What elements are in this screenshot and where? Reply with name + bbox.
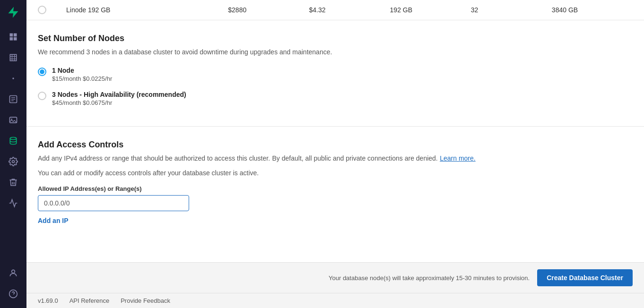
node-1-radio-selected[interactable] bbox=[38, 68, 46, 76]
linodes-icon[interactable] bbox=[4, 48, 23, 67]
nodes-section-title: Set Number of Nodes bbox=[38, 34, 633, 43]
radio-cell[interactable] bbox=[38, 6, 66, 14]
kubernetes-icon[interactable] bbox=[4, 69, 23, 88]
ram-cell: 192 GB bbox=[390, 6, 471, 14]
access-desc-block: Add any IPv4 address or range that shoul… bbox=[38, 154, 633, 163]
access-desc-2: By default, all public and private conne… bbox=[272, 154, 438, 162]
ip-field-label: Allowed IP Address(es) or Range(s) bbox=[38, 185, 633, 192]
settings-icon[interactable] bbox=[4, 152, 23, 171]
page-footer: v1.69.0 API Reference Provide Feedback bbox=[26, 293, 644, 308]
ip-address-input[interactable] bbox=[38, 195, 189, 211]
linode-table-row: Linode 192 GB $2880 $4.32 192 GB 32 3840… bbox=[26, 0, 644, 20]
trash-icon[interactable] bbox=[4, 173, 23, 192]
account-icon[interactable] bbox=[4, 264, 23, 282]
node-3-price: $45/month $0.0675/hr bbox=[52, 99, 186, 106]
sidebar bbox=[0, 0, 26, 308]
provide-feedback-link[interactable]: Provide Feedback bbox=[121, 297, 170, 304]
price-hr-cell: $4.32 bbox=[309, 6, 390, 14]
access-desc-1: Add any IPv4 address or range that shoul… bbox=[38, 154, 270, 162]
svg-point-0 bbox=[12, 77, 14, 79]
nodes-section: Set Number of Nodes We recommend 3 nodes… bbox=[26, 20, 644, 127]
node-1-price: $15/month $0.0225/hr bbox=[52, 75, 112, 82]
main-content: Linode 192 GB $2880 $4.32 192 GB 32 3840… bbox=[26, 0, 644, 308]
stackscripts-icon[interactable] bbox=[4, 90, 23, 109]
node-1-radio[interactable] bbox=[38, 68, 46, 76]
row-radio-button[interactable] bbox=[38, 6, 46, 14]
activity-icon[interactable] bbox=[4, 194, 23, 213]
version-label: v1.69.0 bbox=[38, 297, 58, 304]
access-section-title: Add Access Controls bbox=[38, 140, 633, 150]
node-3-label-group: 3 Nodes - High Availability (recommended… bbox=[52, 91, 186, 106]
add-ip-link[interactable]: Add an IP bbox=[38, 217, 69, 224]
svg-point-4 bbox=[10, 137, 16, 140]
node-3-label: 3 Nodes - High Availability (recommended… bbox=[52, 91, 186, 98]
databases-icon[interactable] bbox=[4, 131, 23, 150]
dashboard-icon[interactable] bbox=[4, 27, 23, 46]
create-database-cluster-button[interactable]: Create Database Cluster bbox=[537, 269, 633, 286]
storage-cell: 3840 GB bbox=[552, 6, 633, 14]
node-3-radio[interactable] bbox=[38, 92, 46, 100]
node-3-radio-unselected[interactable] bbox=[38, 92, 46, 100]
node-3-option[interactable]: 3 Nodes - High Availability (recommended… bbox=[38, 91, 633, 106]
sidebar-logo[interactable] bbox=[5, 4, 22, 21]
svg-point-6 bbox=[12, 270, 15, 273]
access-controls-section: Add Access Controls Add any IPv4 address… bbox=[26, 127, 644, 236]
svg-point-5 bbox=[12, 161, 15, 163]
price-month-cell: $2880 bbox=[228, 6, 309, 14]
content-scroll: Linode 192 GB $2880 $4.32 192 GB 32 3840… bbox=[26, 0, 644, 262]
cpu-cell: 32 bbox=[471, 6, 552, 14]
node-1-option[interactable]: 1 Node $15/month $0.0225/hr bbox=[38, 67, 633, 82]
api-reference-link[interactable]: API Reference bbox=[70, 297, 110, 304]
footer-bar: Your database node(s) will take approxim… bbox=[26, 262, 644, 293]
node-1-label: 1 Node bbox=[52, 67, 112, 74]
images-icon[interactable] bbox=[4, 111, 23, 129]
provision-note: Your database node(s) will take approxim… bbox=[329, 274, 530, 282]
learn-more-link[interactable]: Learn more. bbox=[440, 154, 475, 162]
nodes-section-desc: We recommend 3 nodes in a database clust… bbox=[38, 47, 633, 57]
linode-name-cell: Linode 192 GB bbox=[66, 6, 228, 14]
access-note: You can add or modify access controls af… bbox=[38, 169, 633, 177]
help-icon[interactable] bbox=[4, 284, 23, 303]
node-1-label-group: 1 Node $15/month $0.0225/hr bbox=[52, 67, 112, 82]
